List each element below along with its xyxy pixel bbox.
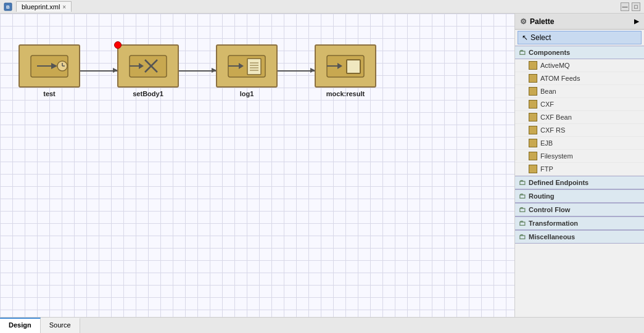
item-label-cxfbean: CXF Bean bbox=[540, 113, 572, 121]
node-label-log1: log1 bbox=[240, 90, 254, 97]
window-controls: — □ bbox=[621, 2, 640, 11]
node-box-log1[interactable] bbox=[216, 44, 278, 88]
maximize-button[interactable]: □ bbox=[632, 2, 640, 11]
ejb-icon bbox=[529, 139, 537, 147]
flow-container: test bbox=[19, 44, 376, 97]
tab-label: blueprint.xml bbox=[22, 3, 60, 10]
flow-node-mockresult[interactable]: mock:result bbox=[315, 44, 376, 97]
palette-header: ⚙ Palette ▶ bbox=[515, 14, 644, 30]
tab-design[interactable]: Design bbox=[0, 318, 41, 333]
section-label-miscellaneous: Miscellaneous bbox=[529, 233, 575, 240]
palette-item-cxf[interactable]: CXF bbox=[515, 98, 644, 111]
activemq-icon bbox=[529, 61, 537, 70]
node-graphic-log1 bbox=[225, 52, 268, 80]
section-label-components: Components bbox=[529, 49, 570, 56]
palette-item-cxfrs[interactable]: CXF RS bbox=[515, 124, 644, 137]
node-box-setbody1[interactable] bbox=[117, 44, 179, 88]
node-inner-test bbox=[25, 51, 74, 81]
node-graphic-setbody1 bbox=[126, 52, 170, 80]
palette-section-components[interactable]: 🗀 Components bbox=[515, 46, 644, 59]
palette-item-ftp[interactable]: FTP bbox=[515, 163, 644, 176]
item-label-activemq: ActiveMQ bbox=[540, 62, 570, 69]
node-box-mockresult[interactable] bbox=[315, 44, 376, 88]
item-label-atomfeeds: ATOM Feeds bbox=[540, 75, 580, 82]
filesystem-icon bbox=[529, 152, 537, 160]
bottom-tabs: Design Source bbox=[0, 317, 644, 333]
error-dot-setbody1 bbox=[114, 41, 122, 49]
palette-panel: ⚙ Palette ▶ ↖ Select 🗀 Components Active… bbox=[514, 14, 644, 317]
cursor-icon: ↖ bbox=[522, 33, 528, 42]
arrow-line-2 bbox=[179, 70, 216, 72]
section-label-transformation: Transformation bbox=[529, 220, 578, 227]
cxfrs-icon bbox=[529, 126, 537, 134]
main-container: test bbox=[0, 14, 644, 317]
arrow-connector-2 bbox=[179, 70, 216, 72]
palette-expand-icon[interactable]: ▶ bbox=[634, 18, 639, 25]
flow-node-log1[interactable]: log1 bbox=[216, 44, 278, 97]
minimize-button[interactable]: — bbox=[621, 2, 629, 11]
arrow-line-1 bbox=[80, 70, 117, 72]
section-label-control-flow: Control Flow bbox=[529, 206, 570, 213]
section-folder-icon-components: 🗀 bbox=[519, 48, 526, 57]
item-label-filesystem: Filesystem bbox=[540, 152, 573, 160]
cxf-icon bbox=[529, 100, 537, 109]
canvas-area[interactable]: test bbox=[0, 14, 514, 317]
node-graphic-test bbox=[28, 52, 71, 80]
palette-item-ejb[interactable]: EJB bbox=[515, 137, 644, 150]
arrow-connector-1 bbox=[80, 70, 117, 72]
section-folder-icon-miscellaneous: 🗀 bbox=[519, 232, 526, 241]
item-label-ejb: EJB bbox=[540, 139, 553, 147]
svg-rect-24 bbox=[347, 60, 360, 73]
palette-item-activemq[interactable]: ActiveMQ bbox=[515, 59, 644, 72]
node-inner-log1 bbox=[222, 51, 271, 81]
section-folder-icon-control-flow: 🗀 bbox=[519, 205, 526, 214]
palette-section-routing[interactable]: 🗀 Routing bbox=[515, 189, 644, 203]
node-graphic-mockresult bbox=[324, 52, 367, 80]
palette-title: Palette bbox=[530, 17, 554, 26]
section-folder-icon-transformation: 🗀 bbox=[519, 219, 526, 228]
item-label-cxf: CXF bbox=[540, 101, 554, 108]
palette-gear-icon: ⚙ bbox=[520, 17, 527, 26]
palette-item-cxfbean[interactable]: CXF Bean bbox=[515, 111, 644, 124]
section-folder-icon-routing: 🗀 bbox=[519, 192, 526, 200]
section-label-routing: Routing bbox=[529, 192, 555, 200]
node-box-test[interactable] bbox=[19, 44, 80, 88]
cxfbean-icon bbox=[529, 113, 537, 121]
palette-content[interactable]: ↖ Select 🗀 Components ActiveMQ ATOM Feed… bbox=[515, 30, 644, 317]
blueprint-icon: B bbox=[4, 2, 12, 11]
section-label-defined-endpoints: Defined Endpoints bbox=[529, 179, 588, 186]
palette-section-control-flow[interactable]: 🗀 Control Flow bbox=[515, 203, 644, 216]
palette-section-transformation[interactable]: 🗀 Transformation bbox=[515, 216, 644, 230]
title-bar: B blueprint.xml × — □ bbox=[0, 0, 644, 14]
ftp-icon bbox=[529, 165, 537, 173]
arrow-connector-3 bbox=[278, 70, 315, 72]
node-label-mockresult: mock:result bbox=[326, 90, 365, 97]
section-folder-icon-defined-endpoints: 🗀 bbox=[519, 178, 526, 187]
item-label-cxfrs: CXF RS bbox=[540, 126, 565, 134]
select-label: Select bbox=[530, 33, 551, 42]
node-label-setbody1: setBody1 bbox=[133, 90, 163, 97]
tab-close-button[interactable]: × bbox=[62, 4, 66, 10]
svg-text:B: B bbox=[6, 4, 10, 10]
node-label-test: test bbox=[43, 90, 56, 97]
palette-section-defined-endpoints[interactable]: 🗀 Defined Endpoints bbox=[515, 176, 644, 189]
node-inner-setbody1 bbox=[123, 51, 173, 81]
palette-section-miscellaneous[interactable]: 🗀 Miscellaneous bbox=[515, 230, 644, 244]
item-label-bean: Bean bbox=[540, 88, 556, 95]
item-label-ftp: FTP bbox=[540, 165, 553, 173]
palette-select-row[interactable]: ↖ Select bbox=[518, 31, 642, 44]
palette-item-filesystem[interactable]: Filesystem bbox=[515, 150, 644, 163]
flow-node-setbody1[interactable]: setBody1 bbox=[117, 44, 179, 97]
bean-icon bbox=[529, 87, 537, 96]
tab-source[interactable]: Source bbox=[41, 318, 80, 333]
palette-item-atomfeeds[interactable]: ATOM Feeds bbox=[515, 72, 644, 85]
blueprint-tab[interactable]: blueprint.xml × bbox=[16, 1, 72, 12]
atomfeeds-icon bbox=[529, 74, 537, 83]
node-inner-mockresult bbox=[321, 51, 370, 81]
flow-node-test[interactable]: test bbox=[19, 44, 80, 97]
svg-rect-16 bbox=[247, 59, 261, 75]
palette-item-bean[interactable]: Bean bbox=[515, 85, 644, 98]
arrow-line-3 bbox=[278, 70, 315, 72]
